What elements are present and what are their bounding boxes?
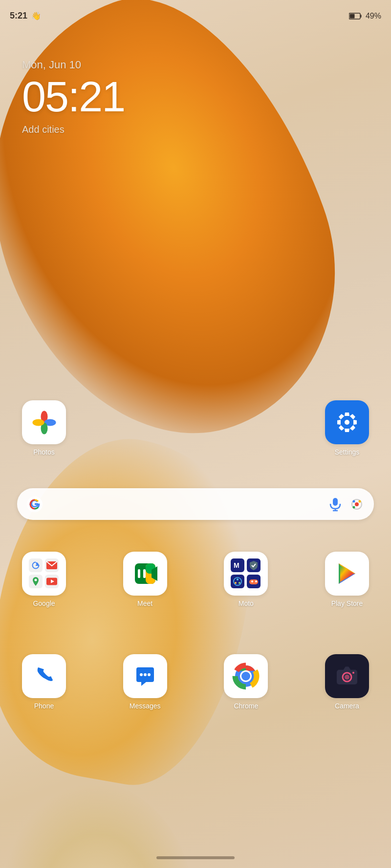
svg-point-17 — [353, 500, 355, 502]
svg-point-37 — [235, 582, 237, 584]
gesture-icon: 👋 — [31, 11, 41, 21]
meet-icon-wrapper — [123, 552, 167, 596]
moto-folder: M — [231, 558, 261, 589]
settings-icon — [334, 410, 360, 435]
status-time: 5:21 — [10, 11, 27, 21]
messages-icon-wrapper — [123, 654, 167, 698]
playstore-icon — [333, 559, 361, 588]
battery-percentage: 49% — [366, 12, 381, 21]
lens-icon[interactable] — [349, 497, 364, 512]
home-indicator[interactable] — [156, 856, 235, 859]
app-messages[interactable]: Messages — [123, 654, 167, 710]
svg-rect-1 — [360, 15, 361, 18]
chrome-icon-wrapper — [224, 654, 268, 698]
gf-maps — [29, 575, 43, 588]
svg-point-22 — [35, 579, 37, 581]
chrome-label: Chrome — [234, 702, 258, 710]
dock-row: Google Meet — [0, 552, 391, 607]
gf-google — [29, 558, 43, 572]
gf-youtube — [45, 575, 59, 588]
google-folder — [29, 558, 59, 589]
phone-label: Phone — [34, 702, 54, 710]
search-bar[interactable]: G — [17, 488, 374, 520]
status-left: 5:21 👋 — [10, 11, 41, 21]
svg-point-6 — [32, 419, 44, 426]
status-right: 49% — [349, 12, 381, 21]
svg-rect-2 — [349, 14, 354, 18]
phone-icon — [31, 663, 57, 689]
app-camera[interactable]: Camera — [325, 654, 369, 710]
clock-widget[interactable]: Mon, Jun 10 05:21 Add cities — [22, 59, 125, 135]
svg-rect-40 — [252, 580, 253, 582]
svg-point-19 — [353, 506, 355, 508]
google-logo: G — [27, 496, 43, 512]
photos-icon-wrapper — [22, 400, 66, 444]
svg-point-56 — [345, 675, 349, 680]
clock-time: 05:21 — [22, 75, 125, 118]
clock-date: Mon, Jun 10 — [22, 59, 125, 71]
photos-icon — [31, 409, 58, 436]
svg-point-47 — [140, 673, 143, 676]
settings-label: Settings — [335, 448, 360, 456]
google-folder-wrapper — [22, 552, 66, 596]
battery-icon — [349, 13, 362, 20]
status-bar: 5:21 👋 49% — [0, 0, 391, 27]
svg-point-9 — [345, 420, 349, 425]
app-settings[interactable]: Settings — [325, 400, 369, 456]
photos-label: Photos — [33, 448, 55, 456]
app-phone[interactable]: Phone — [22, 654, 66, 710]
app-moto[interactable]: M — [224, 552, 268, 607]
meet-label: Meet — [137, 599, 152, 607]
chrome-icon — [232, 662, 260, 690]
mf-moto: M — [231, 558, 244, 572]
phone-icon-wrapper — [22, 654, 66, 698]
svg-point-48 — [144, 673, 147, 676]
playstore-label: Play Store — [331, 599, 363, 607]
messages-label: Messages — [130, 702, 161, 710]
search-icons — [328, 497, 364, 512]
camera-icon — [334, 663, 360, 689]
settings-icon-wrapper — [325, 400, 369, 444]
svg-point-53 — [241, 672, 250, 681]
meet-icon — [131, 559, 159, 588]
clock-subtitle[interactable]: Add cities — [22, 124, 125, 135]
svg-point-36 — [239, 582, 240, 584]
mf-shield — [247, 558, 261, 572]
bottom-row: Phone Messages — [0, 654, 391, 710]
mic-icon[interactable] — [328, 497, 343, 512]
svg-point-35 — [237, 579, 239, 580]
gf-gmail — [45, 558, 59, 572]
svg-point-18 — [359, 500, 361, 502]
svg-point-49 — [148, 673, 151, 676]
mf-game — [247, 575, 261, 588]
app-google[interactable]: Google — [22, 552, 66, 607]
camera-icon-wrapper — [325, 654, 369, 698]
svg-point-41 — [255, 580, 257, 582]
svg-rect-12 — [333, 498, 338, 506]
app-meet[interactable]: Meet — [123, 552, 167, 607]
app-playstore[interactable]: Play Store — [325, 552, 369, 607]
app-chrome[interactable]: Chrome — [224, 654, 268, 710]
camera-label: Camera — [335, 702, 359, 710]
google-label: Google — [33, 599, 55, 607]
svg-point-57 — [352, 672, 354, 674]
svg-marker-46 — [340, 565, 354, 582]
moto-folder-wrapper: M — [224, 552, 268, 596]
playstore-icon-wrapper — [325, 552, 369, 596]
svg-point-16 — [355, 502, 359, 506]
messages-icon — [132, 663, 158, 689]
moto-label: Moto — [239, 599, 254, 607]
mf-menu — [231, 575, 244, 588]
app-photos[interactable]: Photos — [22, 400, 66, 456]
svg-text:M: M — [234, 561, 239, 569]
top-apps-row: Photos Setti — [0, 400, 391, 456]
